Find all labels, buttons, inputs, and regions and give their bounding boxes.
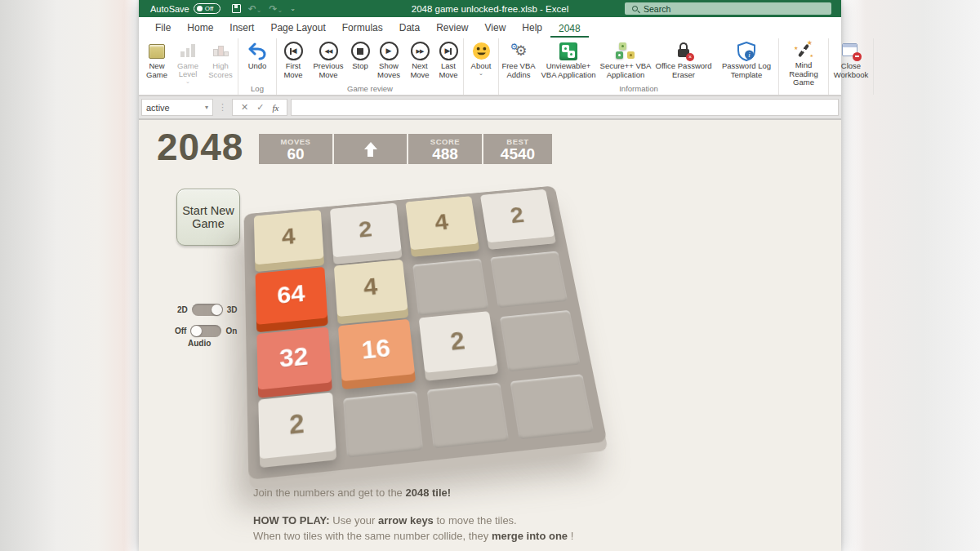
audio-left-label: Off <box>175 327 186 335</box>
gears-icon: ⚙⚙ <box>510 41 527 61</box>
divider-dots: ⋮ <box>216 102 229 113</box>
excel-window: AutoSave Off ↶⌄ ↷⌄ ⌄ 2048 game unlocked-… <box>139 0 841 551</box>
office-password-eraser-button[interactable]: × Office Password Eraser <box>652 38 715 83</box>
mind-reading-game-button[interactable]: ★★★ Mind Reading Game <box>780 38 827 83</box>
tab-review[interactable]: Review <box>428 18 476 38</box>
search-box[interactable]: Search <box>625 2 831 15</box>
unviewable-vba-button[interactable]: Unviewable+ VBA Application <box>537 38 599 83</box>
next-move-icon: ▶▶ <box>411 42 430 60</box>
board-cell: 64 <box>256 273 328 331</box>
search-placeholder: Search <box>644 4 670 14</box>
about-button[interactable]: About ⌄ <box>465 38 497 83</box>
stop-button[interactable]: Stop <box>348 38 372 83</box>
game-level-button: Game Level ⌄ <box>172 38 204 83</box>
ribbon-group-about: About ⌄ <box>464 38 499 95</box>
ribbon-group-close: Close Workbook <box>829 38 874 95</box>
tab-file[interactable]: File <box>147 18 179 38</box>
board-cell: 2 <box>331 209 403 264</box>
instruction-goal: Join the numbers and get to the 2048 til… <box>253 486 573 501</box>
previous-move-button[interactable]: ◀◀ Previous Move <box>309 38 348 83</box>
tab-formulas[interactable]: Formulas <box>334 18 391 38</box>
tab-page-layout[interactable]: Page Layout <box>262 18 333 38</box>
board-cell <box>343 391 423 458</box>
redo-icon[interactable]: ↷⌄ <box>269 3 283 15</box>
last-move-icon: ▶ <box>439 42 458 60</box>
close-workbook-button[interactable]: Close Workbook <box>830 38 872 83</box>
mode-right-label: 3D <box>227 305 238 314</box>
audio-right-label: On <box>225 327 237 335</box>
audio-toggle-row: Off On <box>175 325 237 337</box>
tab-data[interactable]: Data <box>391 18 428 38</box>
board-grid: 4242644321622 <box>244 185 608 479</box>
password-log-template-button[interactable]: i Password Log Template <box>715 38 777 83</box>
mode-toggle[interactable] <box>192 304 223 316</box>
board-cell: 2 <box>258 399 336 467</box>
tab-help[interactable]: Help <box>514 18 550 38</box>
shield-info-icon: i <box>737 41 755 61</box>
up-arrow-icon <box>364 142 377 157</box>
magic-wand-icon: ★★★ <box>794 41 813 60</box>
cancel-icon[interactable]: ✕ <box>241 102 248 113</box>
tile-16: 16 <box>338 319 415 381</box>
score-value: 488 <box>432 146 458 162</box>
free-vba-addins-button[interactable]: ⚙⚙ Free VBA Addins <box>500 38 537 83</box>
dice-green-icon <box>559 42 577 60</box>
board-cell <box>510 374 594 440</box>
close-workbook-icon <box>842 43 860 60</box>
worksheet: 2048 MOVES 60 SCORE 488 BEST 4540 Start … <box>139 120 841 551</box>
board-cell <box>427 382 509 448</box>
secure-vba-button[interactable]: Secure++ VBA Application <box>599 38 652 83</box>
lock-eraser-icon: × <box>675 42 693 60</box>
undo-icon[interactable]: ↶⌄ <box>248 3 262 15</box>
tab-insert[interactable]: Insert <box>221 18 262 38</box>
tile-2: 2 <box>419 311 497 372</box>
start-new-game-button[interactable]: Start New Game <box>176 189 240 246</box>
instruction-how-to-2: When two tiles with the same number coll… <box>253 529 573 544</box>
tab-view[interactable]: View <box>477 18 514 38</box>
chevron-down-icon: ⌄ <box>479 72 483 75</box>
tile-4: 4 <box>334 259 408 317</box>
undo-button[interactable]: Undo <box>239 38 275 83</box>
group-label: Game review <box>278 83 462 95</box>
enter-check-icon[interactable]: ✓ <box>256 102 264 113</box>
customize-qat-icon[interactable]: ⌄ <box>290 5 296 12</box>
mode-toggle-row: 2D 3D <box>177 304 238 316</box>
save-icon[interactable] <box>232 4 241 13</box>
title-bar: AutoSave Off ↶⌄ ↷⌄ ⌄ 2048 game unlocked-… <box>139 0 841 17</box>
previous-move-icon: ◀◀ <box>319 42 338 60</box>
quick-access-toolbar: ↶⌄ ↷⌄ ⌄ <box>232 3 296 15</box>
show-moves-icon: ▶ <box>380 42 399 60</box>
board-cell <box>500 310 581 371</box>
last-move-button[interactable]: ▶ Last Move <box>434 38 462 83</box>
audio-caption: Audio <box>188 339 211 348</box>
tab-2048[interactable]: 2048 <box>550 19 589 38</box>
name-box[interactable]: active ▾ <box>141 99 213 116</box>
tab-home[interactable]: Home <box>179 18 221 38</box>
group-label <box>142 83 237 95</box>
group-label: Log <box>239 83 275 95</box>
next-move-button[interactable]: ▶▶ Next Move <box>405 38 434 83</box>
toggle-knob-icon <box>191 326 202 336</box>
formula-input[interactable] <box>291 99 839 116</box>
autosave-state: Off <box>205 5 214 12</box>
show-moves-button[interactable]: ▶ Show Moves <box>372 38 405 83</box>
tile-2: 2 <box>258 392 336 459</box>
insert-function-icon[interactable]: fx <box>272 103 278 113</box>
board-cell: 2 <box>420 318 499 380</box>
first-move-button[interactable]: ◀ First Move <box>278 38 309 83</box>
new-game-button[interactable]: New Game <box>142 38 172 83</box>
ribbon-tabs: File Home Insert Page Layout Formulas Da… <box>139 17 841 38</box>
search-icon <box>632 6 638 11</box>
autosave-toggle[interactable]: AutoSave Off <box>150 3 220 14</box>
moves-value: 60 <box>287 146 304 162</box>
dice-stack-icon <box>616 42 635 60</box>
ribbon-group-game-review: ◀ First Move ◀◀ Previous Move Stop ▶ Sho… <box>277 38 464 95</box>
board-cell: 4 <box>334 265 408 323</box>
board-cell: 2 <box>481 195 556 249</box>
audio-toggle[interactable] <box>190 325 221 337</box>
tile-2: 2 <box>480 189 555 242</box>
autosave-pill[interactable]: Off <box>194 3 220 14</box>
last-direction-box <box>334 134 407 164</box>
game-level-icon <box>180 44 195 57</box>
chevron-down-icon[interactable]: ▾ <box>205 104 208 111</box>
